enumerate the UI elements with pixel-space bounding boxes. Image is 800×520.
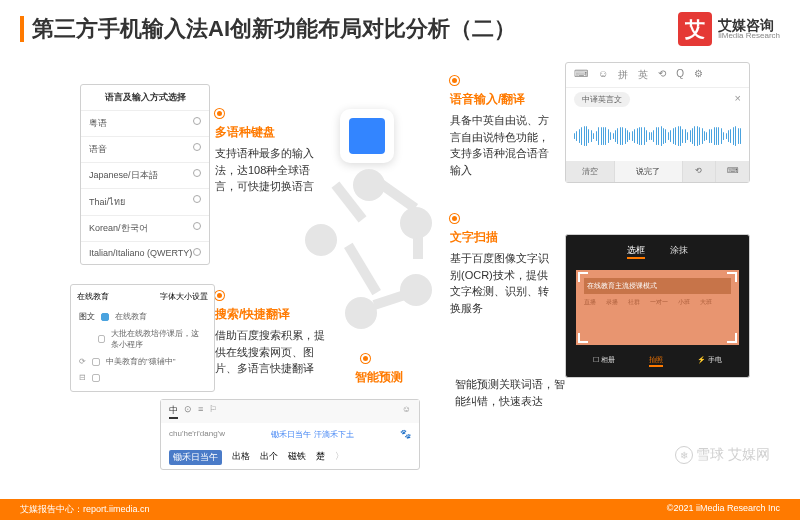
feature-multilang: 多语种键盘支持语种最多的输入法，达108种全球语言，可快捷切换语言 — [215, 109, 315, 195]
page-title: 第三方手机输入法AI创新功能布局对比分析（二） — [32, 14, 516, 44]
feature-search: 搜索/快捷翻译借助百度搜索积累，提供在线搜索网页、图片、多语言快捷翻译 — [215, 291, 325, 377]
accent-bar — [20, 16, 24, 42]
canvas: 多语种键盘支持语种最多的输入法，达108种全球语言，可快捷切换语言 搜索/快捷翻… — [0, 54, 800, 494]
waveform — [566, 111, 749, 161]
header: 第三方手机输入法AI创新功能布局对比分析（二） 艾 艾媒咨询 iiMedia R… — [0, 0, 800, 54]
baidu-logo — [340, 109, 394, 163]
voice-card: ⌨☺ 拼英 ⟲Q⚙ 中译英言文× 清空 说完了 ⟲ ⌨ — [565, 62, 750, 183]
watermark: ❄雪球 艾媒网 — [675, 446, 770, 464]
brand-icon: 艾 — [678, 12, 712, 46]
prediction-card: 中⊙≡ ⚐☺ chu'he'ri'dang'w锄禾日当午 汗滴禾下土🐾 锄禾日当… — [160, 399, 420, 470]
footer: 艾媒报告中心：report.iimedia.cn©2021 iiMedia Re… — [0, 499, 800, 520]
lang-card: 语言及输入方式选择 粤语 语音 Japanese/日本語 Thai/ไทย Ko… — [80, 84, 210, 265]
ocr-card: 选框涂抹 在线教育主流授课模式 直播录播社群 一对一小班大班 ☐ 相册拍照⚡ 手… — [565, 234, 750, 378]
feature-ocr: 文字扫描基于百度图像文字识别(OCR)技术，提供文字检测、识别、转换服务 — [450, 214, 550, 316]
search-card: 在线教育字体大小设置 图文在线教育 图文大批在线教培停课后，这条小程序 ⟳中美教… — [70, 284, 215, 392]
brand-logo: 艾 艾媒咨询 iiMedia Research — [678, 12, 780, 46]
feature-voice: 语音输入/翻译具备中英自由说、方言自由说特色功能，支持多语种混合语音输入 — [450, 76, 550, 178]
